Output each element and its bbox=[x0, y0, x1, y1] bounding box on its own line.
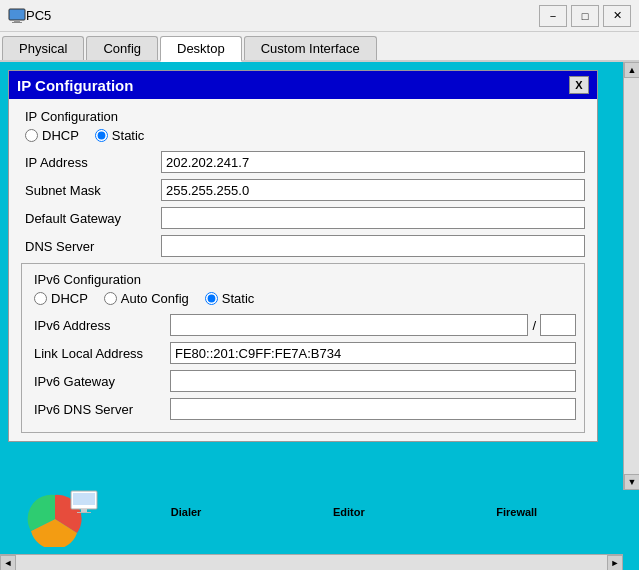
dialer-label: Dialer bbox=[171, 506, 202, 518]
tab-config[interactable]: Config bbox=[86, 36, 158, 60]
tab-physical[interactable]: Physical bbox=[2, 36, 84, 60]
ipv6-dhcp-radio-label[interactable]: DHCP bbox=[34, 291, 88, 306]
subnet-mask-input[interactable] bbox=[161, 179, 585, 201]
scroll-down-button[interactable]: ▼ bbox=[624, 474, 639, 490]
bottom-scrollbar: ◄ ► bbox=[0, 554, 623, 570]
ipv6-slash: / bbox=[532, 318, 536, 333]
ipv6-dhcp-radio[interactable] bbox=[34, 292, 47, 305]
scrollbar-right: ▲ ▼ bbox=[623, 62, 639, 490]
ipv6-address-row: IPv6 Address / bbox=[30, 314, 576, 336]
ipv6-gateway-row: IPv6 Gateway bbox=[30, 370, 576, 392]
svg-rect-5 bbox=[73, 493, 95, 505]
close-button[interactable]: ✕ bbox=[603, 5, 631, 27]
ipv6-gateway-label: IPv6 Gateway bbox=[30, 374, 170, 389]
firewall-icon-item[interactable]: Firewall bbox=[496, 506, 537, 518]
ipv6-dhcp-label: DHCP bbox=[51, 291, 88, 306]
ip-config-body: IP Configuration DHCP Static IP Address bbox=[9, 99, 597, 441]
title-bar: PC5 − □ ✕ bbox=[0, 0, 639, 32]
bottom-icon-bar: Dialer Editor Firewall bbox=[0, 474, 623, 554]
static-label: Static bbox=[112, 128, 145, 143]
default-gateway-input[interactable] bbox=[161, 207, 585, 229]
ipv6-section-label: IPv6 Configuration bbox=[30, 272, 576, 287]
firewall-label: Firewall bbox=[496, 506, 537, 518]
dialer-icon-item[interactable]: Dialer bbox=[171, 506, 202, 518]
pc-graphic bbox=[20, 478, 105, 550]
dhcp-radio-label[interactable]: DHCP bbox=[25, 128, 79, 143]
dhcp-label: DHCP bbox=[42, 128, 79, 143]
dhcp-radio[interactable] bbox=[25, 129, 38, 142]
ipv6-dns-server-label: IPv6 DNS Server bbox=[30, 402, 170, 417]
tab-custom-interface[interactable]: Custom Interface bbox=[244, 36, 377, 60]
scroll-up-button[interactable]: ▲ bbox=[624, 62, 639, 78]
bottom-icon-labels: Dialer Editor Firewall bbox=[105, 506, 603, 522]
ipv6-dns-server-row: IPv6 DNS Server bbox=[30, 398, 576, 420]
ipv4-mode-row: DHCP Static bbox=[21, 128, 585, 143]
ipv6-address-input-row: / bbox=[170, 314, 576, 336]
main-content: IP Configuration X IP Configuration DHCP… bbox=[0, 62, 639, 570]
ip-address-row: IP Address bbox=[21, 151, 585, 173]
ipv4-section-label: IP Configuration bbox=[21, 109, 585, 124]
ip-config-header: IP Configuration X bbox=[9, 71, 597, 99]
ipv6-section: IPv6 Configuration DHCP Auto Config Stat… bbox=[21, 263, 585, 433]
ipv6-prefix-input[interactable] bbox=[540, 314, 576, 336]
svg-rect-0 bbox=[9, 9, 25, 20]
pc-icon bbox=[8, 7, 26, 25]
ipv6-dns-server-input[interactable] bbox=[170, 398, 576, 420]
ipv6-static-radio[interactable] bbox=[205, 292, 218, 305]
subnet-mask-row: Subnet Mask bbox=[21, 179, 585, 201]
ipv6-autoconfig-radio-label[interactable]: Auto Config bbox=[104, 291, 189, 306]
ipv6-gateway-input[interactable] bbox=[170, 370, 576, 392]
ip-address-label: IP Address bbox=[21, 155, 161, 170]
ip-address-input[interactable] bbox=[161, 151, 585, 173]
editor-icon-item[interactable]: Editor bbox=[333, 506, 365, 518]
ipv6-address-label: IPv6 Address bbox=[30, 318, 170, 333]
svg-rect-1 bbox=[14, 20, 20, 22]
window-controls: − □ ✕ bbox=[539, 5, 631, 27]
default-gateway-row: Default Gateway bbox=[21, 207, 585, 229]
ipv6-static-radio-label[interactable]: Static bbox=[205, 291, 255, 306]
scroll-left-button[interactable]: ◄ bbox=[0, 555, 16, 570]
svg-rect-6 bbox=[81, 509, 87, 512]
maximize-button[interactable]: □ bbox=[571, 5, 599, 27]
tab-bar: Physical Config Desktop Custom Interface bbox=[0, 32, 639, 62]
ip-config-panel: IP Configuration X IP Configuration DHCP… bbox=[8, 70, 598, 442]
static-radio[interactable] bbox=[95, 129, 108, 142]
svg-rect-2 bbox=[12, 22, 22, 23]
minimize-button[interactable]: − bbox=[539, 5, 567, 27]
ipv6-autoconfig-radio[interactable] bbox=[104, 292, 117, 305]
link-local-address-label: Link Local Address bbox=[30, 346, 170, 361]
scrollbar-thumb[interactable] bbox=[626, 80, 637, 472]
dns-server-label: DNS Server bbox=[21, 239, 161, 254]
dns-server-row: DNS Server bbox=[21, 235, 585, 257]
ipv6-static-label: Static bbox=[222, 291, 255, 306]
ip-config-title: IP Configuration bbox=[17, 77, 133, 94]
ipv6-autoconfig-label: Auto Config bbox=[121, 291, 189, 306]
pc-graphic-svg bbox=[27, 481, 99, 547]
scrollbar-h-thumb[interactable] bbox=[16, 555, 607, 570]
subnet-mask-label: Subnet Mask bbox=[21, 183, 161, 198]
window-title: PC5 bbox=[26, 8, 539, 23]
default-gateway-label: Default Gateway bbox=[21, 211, 161, 226]
scroll-right-button[interactable]: ► bbox=[607, 555, 623, 570]
ipv6-address-input[interactable] bbox=[170, 314, 528, 336]
tab-desktop[interactable]: Desktop bbox=[160, 36, 242, 62]
link-local-address-input[interactable] bbox=[170, 342, 576, 364]
link-local-address-row: Link Local Address bbox=[30, 342, 576, 364]
static-radio-label[interactable]: Static bbox=[95, 128, 145, 143]
svg-rect-7 bbox=[77, 512, 91, 513]
editor-label: Editor bbox=[333, 506, 365, 518]
ip-config-close-button[interactable]: X bbox=[569, 76, 589, 94]
dns-server-input[interactable] bbox=[161, 235, 585, 257]
ipv6-mode-row: DHCP Auto Config Static bbox=[30, 291, 576, 306]
